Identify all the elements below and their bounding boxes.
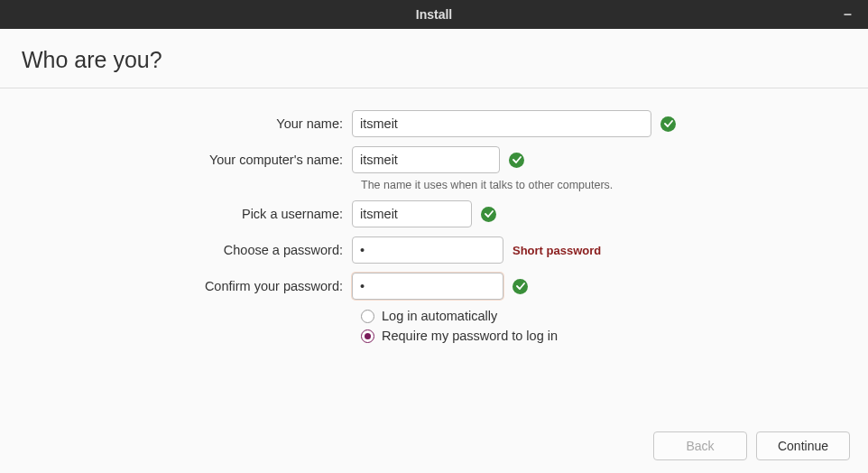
radio-icon bbox=[361, 310, 374, 323]
label-password: Choose a password: bbox=[0, 243, 352, 257]
radio-require-password[interactable]: Require my password to log in bbox=[361, 329, 868, 343]
computer-input[interactable] bbox=[352, 146, 500, 173]
radio-label-auto: Log in automatically bbox=[382, 309, 497, 323]
label-confirm: Confirm your password: bbox=[0, 279, 352, 293]
radio-icon bbox=[361, 329, 374, 343]
label-computer: Your computer's name: bbox=[0, 153, 352, 167]
confirm-input[interactable] bbox=[352, 273, 503, 300]
name-input[interactable] bbox=[352, 110, 651, 137]
password-warning: Short password bbox=[512, 244, 601, 257]
footer: Back Continue bbox=[653, 431, 850, 460]
row-computer: Your computer's name: bbox=[0, 146, 868, 173]
check-icon bbox=[481, 207, 496, 222]
titlebar: Install – bbox=[0, 0, 868, 29]
window-title: Install bbox=[416, 7, 452, 22]
page-title: Who are you? bbox=[0, 29, 868, 88]
check-icon bbox=[660, 116, 676, 132]
password-input[interactable] bbox=[352, 236, 503, 264]
label-name: Your name: bbox=[0, 116, 352, 131]
username-input[interactable] bbox=[352, 200, 472, 227]
computer-hint: The name it uses when it talks to other … bbox=[361, 179, 868, 191]
row-name: Your name: bbox=[0, 110, 868, 137]
row-username: Pick a username: bbox=[0, 200, 868, 227]
row-confirm: Confirm your password: bbox=[0, 273, 868, 300]
radio-label-require: Require my password to log in bbox=[382, 329, 558, 343]
check-icon bbox=[512, 279, 528, 294]
user-form: Your name: Your computer's name: The nam… bbox=[0, 88, 868, 343]
minimize-icon[interactable]: – bbox=[844, 7, 852, 22]
radio-auto-login[interactable]: Log in automatically bbox=[361, 309, 868, 323]
label-username: Pick a username: bbox=[0, 207, 352, 221]
row-password: Choose a password: Short password bbox=[0, 236, 868, 264]
continue-button[interactable]: Continue bbox=[756, 431, 850, 460]
back-button[interactable]: Back bbox=[653, 431, 747, 460]
check-icon bbox=[509, 153, 524, 168]
